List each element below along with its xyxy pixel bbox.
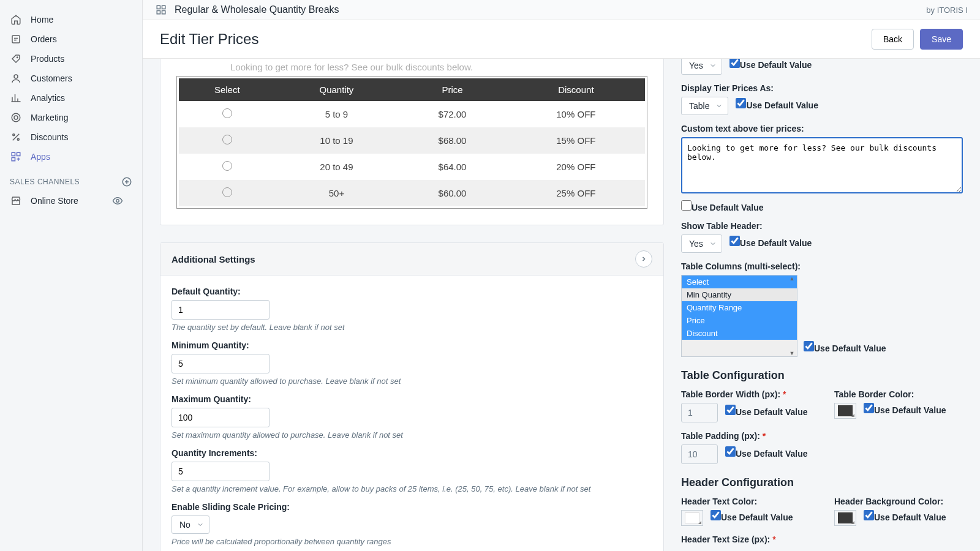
sliding-select[interactable]: No: [172, 515, 209, 534]
use-default-label: Use Default Value: [814, 343, 886, 353]
save-button[interactable]: Save: [920, 29, 963, 50]
table-cols-label: Table Columns (multi-select):: [681, 261, 963, 271]
back-button[interactable]: Back: [872, 29, 914, 50]
use-default-check[interactable]: [725, 405, 736, 415]
multiselect-option[interactable]: Min Quantity: [682, 288, 797, 301]
svg-point-11: [116, 200, 119, 203]
additional-settings-card: Additional Settings Default Quantity: Th…: [160, 242, 664, 551]
expand-button[interactable]: [635, 250, 652, 268]
radio-icon[interactable]: [222, 161, 232, 171]
chevron-down-icon: [715, 102, 723, 110]
tag-icon: [10, 53, 22, 65]
use-default-check[interactable]: [729, 59, 740, 68]
use-default-check[interactable]: [710, 510, 721, 520]
nav-label: Marketing: [31, 113, 68, 122]
radio-icon[interactable]: [222, 187, 232, 197]
orders-icon: [10, 33, 22, 45]
use-default-label: Use Default Value: [740, 238, 812, 248]
nav-analytics[interactable]: Analytics: [0, 88, 142, 108]
cell-discount: 20% OFF: [507, 154, 645, 180]
use-default-label: Use Default Value: [746, 100, 818, 110]
nav-label: Analytics: [31, 93, 65, 103]
border-width-input[interactable]: [681, 403, 718, 422]
sidebar: Home Orders Products Customers Analytics…: [0, 0, 142, 551]
use-default-check[interactable]: [864, 510, 874, 520]
padding-label: Table Padding (px): *: [681, 431, 963, 441]
svg-rect-13: [162, 6, 165, 9]
max-qty-input[interactable]: [172, 408, 270, 427]
nav-marketing[interactable]: Marketing: [0, 108, 142, 127]
sales-channels-heading: SALES CHANNELS: [0, 167, 142, 191]
svg-rect-8: [17, 152, 20, 156]
qty-inc-hint: Set a quantity increment value. For exam…: [172, 484, 652, 493]
svg-rect-7: [12, 152, 15, 156]
nav-products[interactable]: Products: [0, 49, 142, 69]
th-price: Price: [398, 78, 507, 101]
use-default-check[interactable]: [729, 236, 740, 246]
cell-price: $60.00: [398, 180, 507, 206]
nav-home[interactable]: Home: [0, 10, 142, 29]
multiselect-option[interactable]: Price: [682, 314, 797, 327]
table-cols-multiselect[interactable]: SelectMin QuantityQuantity RangePriceDis…: [681, 275, 797, 357]
min-qty-input[interactable]: [172, 354, 270, 373]
cell-discount: 25% OFF: [507, 180, 645, 206]
nav-orders[interactable]: Orders: [0, 29, 142, 49]
multiselect-option[interactable]: Discount: [682, 327, 797, 340]
svg-rect-0: [12, 36, 20, 43]
radio-icon[interactable]: [222, 108, 232, 118]
use-default-check[interactable]: [804, 341, 814, 351]
border-width-label: Table Border Width (px): *: [681, 389, 810, 399]
qty-inc-input[interactable]: [172, 462, 270, 481]
nav-online-store[interactable]: Online Store: [0, 191, 142, 211]
multiselect-option[interactable]: Quantity Range: [682, 301, 797, 314]
display-as-select[interactable]: Table: [681, 97, 728, 115]
use-default-label: Use Default Value: [736, 449, 808, 459]
th-select: Select: [179, 78, 276, 101]
chevron-down-icon: [709, 62, 717, 69]
cell-qty: 5 to 9: [276, 101, 398, 127]
header-config-title: Header Configuration: [681, 476, 963, 489]
home-icon: [10, 13, 22, 26]
svg-point-2: [14, 75, 18, 78]
use-default-label: Use Default Value: [874, 512, 946, 522]
header-text-color-picker[interactable]: [681, 510, 703, 526]
svg-point-1: [17, 57, 18, 58]
nav-label: Discounts: [31, 132, 68, 142]
radio-icon[interactable]: [222, 135, 232, 144]
tier-preview-card: Looking to get more for less? See our bu…: [160, 59, 664, 225]
scroll-up-icon[interactable]: ▲: [790, 276, 795, 282]
cell-qty: 20 to 49: [276, 154, 398, 180]
add-channel-icon[interactable]: [121, 176, 132, 187]
use-default-check[interactable]: [864, 403, 874, 413]
channel-label: Online Store: [31, 196, 78, 206]
top-yes-select[interactable]: Yes: [681, 59, 722, 75]
nav-customers[interactable]: Customers: [0, 69, 142, 88]
cell-discount: 10% OFF: [507, 101, 645, 127]
scroll-down-icon[interactable]: ▼: [790, 350, 795, 356]
th-discount: Discount: [507, 78, 645, 101]
use-default-label: Use Default Value: [721, 512, 793, 522]
nav-label: Orders: [31, 34, 57, 44]
max-qty-label: Maximum Quantity:: [172, 394, 652, 404]
eye-icon[interactable]: [111, 195, 124, 207]
default-qty-input[interactable]: [172, 300, 270, 320]
custom-text-textarea[interactable]: Looking to get more for less? See our bu…: [681, 137, 963, 193]
show-header-label: Show Table Header:: [681, 221, 963, 231]
border-color-picker[interactable]: [834, 403, 856, 419]
use-default-check[interactable]: [736, 98, 746, 108]
svg-rect-12: [157, 6, 160, 9]
topbar: Regular & Wholesale Quantity Breaks by I…: [143, 0, 980, 20]
tier-price-table: Select Quantity Price Discount 5 to 9$72…: [179, 78, 645, 206]
use-default-check[interactable]: [725, 446, 736, 457]
use-default-label: Use Default Value: [692, 203, 764, 212]
multiselect-option[interactable]: Select: [682, 276, 797, 288]
discount-icon: [10, 131, 22, 143]
nav-apps[interactable]: Apps: [0, 147, 142, 167]
use-default-check[interactable]: [681, 200, 692, 211]
nav-discounts[interactable]: Discounts: [0, 127, 142, 147]
nav-label: Apps: [31, 152, 50, 162]
show-header-select[interactable]: Yes: [681, 234, 722, 253]
header-bg-color-picker[interactable]: [834, 510, 856, 526]
padding-input[interactable]: [681, 444, 718, 464]
page-header: Edit Tier Prices Back Save: [143, 20, 980, 59]
